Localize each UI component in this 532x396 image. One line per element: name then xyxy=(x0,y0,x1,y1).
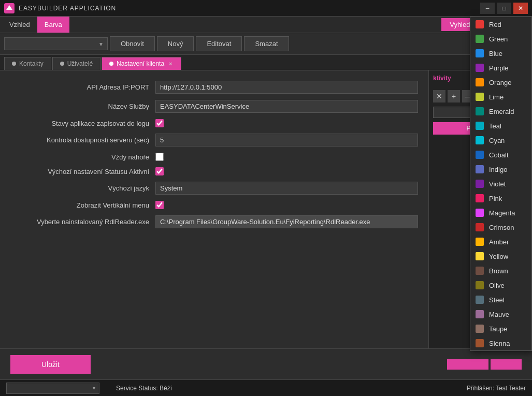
color-swatch-mauve xyxy=(476,310,484,318)
tab-uzivatele[interactable]: Uživatelé xyxy=(52,57,100,70)
tab-close-nastaveni[interactable]: ✕ xyxy=(167,61,174,67)
color-item-amber[interactable]: Amber xyxy=(470,234,531,249)
color-item-orange[interactable]: Orange xyxy=(470,75,531,90)
color-item-cobalt[interactable]: Cobalt xyxy=(470,148,531,162)
footer-right-btn2[interactable] xyxy=(491,359,522,370)
color-swatch-green xyxy=(476,35,484,43)
form-row-menu: Zobrazit Vertikální menu xyxy=(10,201,418,209)
color-item-red[interactable]: Red xyxy=(470,17,531,32)
checkbox-vzdy[interactable] xyxy=(155,153,164,161)
color-swatch-violet xyxy=(476,180,484,188)
form-row-sluzby: Název Služby xyxy=(10,100,418,113)
right-panel-title: ktivity xyxy=(433,75,451,82)
color-swatch-crimson xyxy=(476,223,484,231)
editovat-button[interactable]: Editovat xyxy=(196,36,242,51)
checkbox-logu[interactable] xyxy=(155,119,164,127)
color-label-mauve: Mauve xyxy=(489,311,509,318)
save-button[interactable]: Uložit xyxy=(10,355,91,374)
service-status: Service Status: Běží xyxy=(108,385,467,392)
tab-dot-nastaveni xyxy=(109,62,113,66)
color-item-cyan[interactable]: Cyan xyxy=(470,133,531,148)
color-item-taupe[interactable]: Taupe xyxy=(470,321,531,336)
color-item-steel[interactable]: Steel xyxy=(470,292,531,307)
color-swatch-yellow xyxy=(476,252,484,260)
color-item-mauve[interactable]: Mauve xyxy=(470,307,531,321)
label-sluzby: Název Služby xyxy=(10,102,155,110)
color-item-green[interactable]: Green xyxy=(470,32,531,46)
tab-nastaveni[interactable]: Nastavení klienta ✕ xyxy=(102,57,181,70)
color-label-lime: Lime xyxy=(489,93,504,101)
input-api[interactable] xyxy=(155,81,418,94)
menu-item-vzhled[interactable]: Vzhled xyxy=(2,17,37,33)
label-logu: Stavy aplikace zapisovat do logu xyxy=(10,120,155,127)
checkbox-menu[interactable] xyxy=(155,201,164,209)
color-item-magenta[interactable]: Magenta xyxy=(470,206,531,220)
footer-right-btn1[interactable] xyxy=(447,359,488,370)
color-item-crimson[interactable]: Crimson xyxy=(470,220,531,234)
title-bar: EASYBUILDER APPLICATION – □ ✕ xyxy=(0,0,532,17)
color-label-indigo: Indigo xyxy=(489,166,507,173)
status-dropdown-wrap xyxy=(6,383,99,394)
tab-kontakty[interactable]: Kontakty xyxy=(4,57,51,70)
footer-area: Uložit xyxy=(0,348,532,379)
color-item-teal[interactable]: Teal xyxy=(470,119,531,133)
form-row-status: Výchozí nastavení Statusu Aktivní xyxy=(10,167,418,175)
right-panel-add-btn[interactable]: + xyxy=(448,90,460,102)
color-item-indigo[interactable]: Indigo xyxy=(470,162,531,177)
tab-dot-uzivatele xyxy=(60,62,64,66)
color-swatch-amber xyxy=(476,238,484,246)
color-item-blue[interactable]: Blue xyxy=(470,46,531,61)
color-label-crimson: Crimson xyxy=(489,224,514,231)
color-label-green: Green xyxy=(489,35,508,43)
color-label-violet: Violet xyxy=(489,180,506,188)
color-swatch-cobalt xyxy=(476,151,484,159)
minimize-button[interactable]: – xyxy=(480,3,495,14)
form-row-kontrola: Kontrola dostupnosti serveru (sec) xyxy=(10,134,418,146)
form-row-rdl: Vyberte nainstalovaný RdlReader.exe xyxy=(10,215,418,228)
color-item-olive[interactable]: Olive xyxy=(470,278,531,292)
input-jazyk[interactable] xyxy=(155,182,418,195)
form-row-logu: Stavy aplikace zapisovat do logu xyxy=(10,119,418,127)
maximize-button[interactable]: □ xyxy=(497,3,511,14)
right-panel-minus-btn[interactable]: ✕ xyxy=(433,90,445,102)
tab-dot-kontakty xyxy=(12,62,16,66)
tabs-bar: Kontakty Uživatelé Nastavení klienta ✕ xyxy=(0,55,532,70)
color-item-sienna[interactable]: Sienna xyxy=(470,336,531,350)
smazat-button[interactable]: Smazat xyxy=(244,36,289,51)
color-label-olive: Olive xyxy=(489,282,505,289)
input-kontrola[interactable] xyxy=(155,134,418,146)
checkbox-status[interactable] xyxy=(155,167,164,175)
color-swatch-indigo xyxy=(476,165,484,173)
color-label-teal: Teal xyxy=(489,122,501,130)
color-item-purple[interactable]: Purple xyxy=(470,61,531,75)
label-status: Výchozí nastavení Statusu Aktivní xyxy=(10,168,155,175)
color-label-red: Red xyxy=(489,21,501,28)
color-dropdown: RedGreenBluePurpleOrangeLimeEmeraldTealC… xyxy=(470,17,532,351)
color-item-lime[interactable]: Lime xyxy=(470,90,531,104)
obnovit-button[interactable]: Obnovit xyxy=(110,36,155,51)
color-item-pink[interactable]: Pink xyxy=(470,191,531,206)
menu-bar: Vzhled Barva Vyhledat i dhlásit xyxy=(0,17,532,33)
color-item-yellow[interactable]: Yellow xyxy=(470,249,531,263)
color-item-emerald[interactable]: Emerald xyxy=(470,104,531,119)
input-rdl[interactable] xyxy=(155,215,418,228)
main-area: API Adresa IP:PORT Název Služby Stavy ap… xyxy=(0,70,532,379)
form-row-jazyk: Výchozí jazyk xyxy=(10,182,418,195)
novy-button[interactable]: Nový xyxy=(157,36,194,51)
form-area: API Adresa IP:PORT Název Služby Stavy ap… xyxy=(0,70,428,379)
close-button[interactable]: ✕ xyxy=(513,3,528,14)
color-item-brown[interactable]: Brown xyxy=(470,263,531,278)
status-dropdown[interactable] xyxy=(6,383,99,394)
input-sluzby[interactable] xyxy=(155,100,418,113)
app-title: EASYBUILDER APPLICATION xyxy=(19,5,480,12)
color-swatch-teal xyxy=(476,122,484,130)
toolbar-dropdown[interactable] xyxy=(4,37,108,50)
app-logo xyxy=(4,3,15,13)
color-label-emerald: Emerald xyxy=(489,108,514,115)
color-swatch-lime xyxy=(476,93,484,101)
label-menu: Zobrazit Vertikální menu xyxy=(10,201,155,209)
form-row-vzdy: Vždy nahoře xyxy=(10,153,418,161)
color-label-pink: Pink xyxy=(489,195,502,202)
menu-item-barva[interactable]: Barva xyxy=(37,17,69,33)
color-item-violet[interactable]: Violet xyxy=(470,177,531,191)
